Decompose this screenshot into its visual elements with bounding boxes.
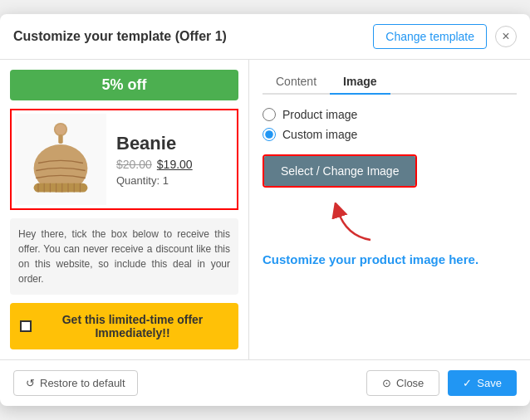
annotation-text: Customize your product image here. [263,251,478,268]
left-panel: 5% off [0,60,249,359]
restore-button[interactable]: ↺ Restore to default [13,370,138,396]
old-price: $20.00 [116,158,152,171]
select-image-btn-wrapper: Select / Change Image [263,154,417,188]
customize-modal: Customize your template (Offer 1) Change… [0,14,530,406]
svg-rect-3 [34,183,88,193]
close-icon: ⊙ [382,377,391,389]
footer-right-buttons: ⊙ Close ✓ Save [366,370,517,396]
save-icon: ✓ [463,377,472,389]
offer-banner: 5% off [10,70,238,100]
beanie-image [23,122,98,197]
tab-image[interactable]: Image [330,70,390,95]
radio-custom-image-input[interactable] [263,128,276,141]
close-button[interactable]: ⊙ Close [366,370,439,396]
restore-label: Restore to default [40,377,125,389]
restore-icon: ↺ [26,377,35,389]
cta-text: Get this limited-time offer Immediately!… [37,313,228,339]
save-button[interactable]: ✓ Save [448,370,517,396]
price-row: $20.00 $19.00 [116,158,193,171]
radio-product-image-label: Product image [282,108,357,121]
radio-group: Product image Custom image [263,108,517,141]
right-panel: Content Image Product image Custom image… [249,60,530,359]
change-template-button[interactable]: Change template [373,24,487,49]
product-row: Beanie $20.00 $19.00 Quantity: 1 [10,109,238,210]
cta-box[interactable]: Get this limited-time offer Immediately!… [10,303,238,349]
tab-content[interactable]: Content [263,70,330,95]
close-x-button[interactable]: × [495,26,517,47]
radio-custom-image-label: Custom image [282,128,357,141]
quantity-text: Quantity: 1 [116,174,193,187]
description-box: Hey there, tick the box below to receive… [10,218,238,295]
product-name: Beanie [116,133,193,154]
arrow-annotation: Customize your product image here. [263,203,517,268]
svg-rect-12 [58,134,62,144]
modal-footer: ↺ Restore to default ⊙ Close ✓ Save [0,359,530,406]
annotation-arrow [329,203,379,244]
save-label: Save [477,377,502,389]
modal-title: Customize your template (Offer 1) [13,29,227,44]
cta-checkbox [20,320,32,332]
new-price: $19.00 [157,158,193,171]
cta-label: Get this limited-time offer Immediately!… [20,313,228,339]
close-label: Close [396,377,424,389]
product-image-box [15,114,106,205]
radio-product-image-input[interactable] [263,108,276,121]
product-info: Beanie $20.00 $19.00 Quantity: 1 [116,133,193,187]
select-image-button[interactable]: Select / Change Image [264,156,415,186]
modal-header: Customize your template (Offer 1) Change… [0,14,530,60]
radio-custom-image[interactable]: Custom image [263,128,517,141]
modal-body: 5% off [0,60,530,359]
tabs-row: Content Image [263,70,517,95]
svg-point-1 [56,125,66,135]
header-right: Change template × [373,24,517,49]
radio-product-image[interactable]: Product image [263,108,517,121]
